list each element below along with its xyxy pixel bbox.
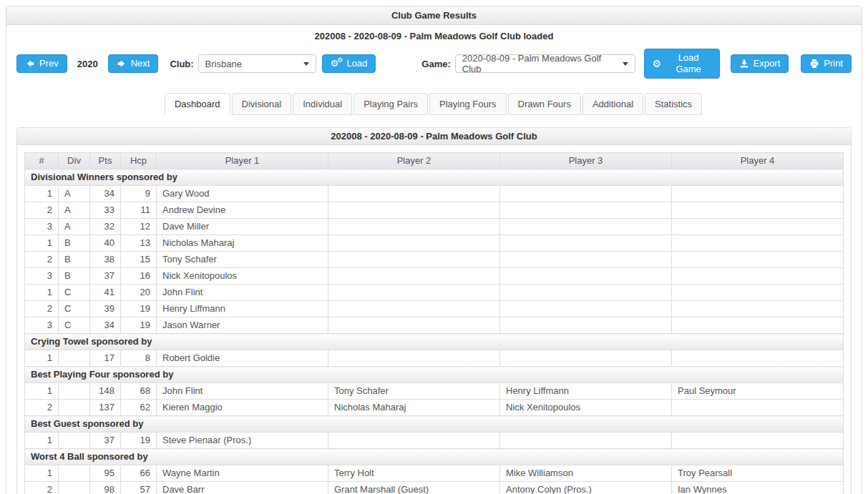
section-title: Divisional Winners sponsored by <box>25 169 844 186</box>
table-cell: Mike Williamson <box>500 465 672 482</box>
tab-divisional[interactable]: Divisional <box>232 93 292 115</box>
table-cell: C <box>59 285 90 301</box>
print-button[interactable]: Print <box>801 54 852 73</box>
table-cell: Henry Liffmann <box>157 301 328 317</box>
table-cell: C <box>59 301 90 317</box>
table-cell: Ian Wynnes <box>672 482 844 494</box>
column-header: Player 4 <box>672 153 844 169</box>
table-cell <box>672 268 844 285</box>
table-cell: 9 <box>121 186 157 202</box>
table-cell <box>328 268 500 285</box>
column-header: Div <box>59 153 90 169</box>
section-row: Best Playing Four sponsored by <box>25 367 844 383</box>
table-cell: 3 <box>25 317 59 334</box>
table-cell: B <box>59 235 90 252</box>
tab-statistics[interactable]: Statistics <box>645 93 702 115</box>
table-cell: Grant Marshall (Guest) <box>328 482 500 494</box>
table-cell: John Flint <box>157 383 328 400</box>
table-cell <box>672 219 844 235</box>
table-cell <box>672 202 844 219</box>
table-cell: 40 <box>90 235 121 252</box>
table-cell <box>328 433 500 449</box>
club-select[interactable]: Brisbane <box>198 54 317 73</box>
tab-playing-fours[interactable]: Playing Fours <box>429 93 506 115</box>
club-game-results-panel: Club Game Results 202008 - 2020-08-09 - … <box>6 6 862 494</box>
print-button-label: Print <box>824 58 843 69</box>
column-header: Pts <box>90 153 121 169</box>
load-button-label: Load <box>346 58 367 69</box>
table-cell <box>500 202 672 219</box>
table-cell: 41 <box>90 285 121 301</box>
table-cell: 66 <box>121 465 157 482</box>
table-row: 1A349Gary Wood <box>25 186 844 202</box>
table-cell: 1 <box>25 465 59 482</box>
table-cell: Nick Xenitopoulos <box>157 268 328 285</box>
table-cell <box>328 285 500 301</box>
table-cell: 1 <box>25 433 59 449</box>
game-select[interactable]: 2020-08-09 - Palm Meadows Golf Club <box>455 54 635 73</box>
table-cell: 12 <box>121 219 157 235</box>
table-cell: Dave Barr <box>157 482 328 494</box>
section-row: Crying Towel sponsored by <box>25 334 844 350</box>
panel-body: 202008 - 2020-08-09 - Palm Meadows Golf … <box>6 25 862 494</box>
header-row: #DivPtsHcpPlayer 1Player 2Player 3Player… <box>25 153 844 169</box>
tab-dashboard[interactable]: Dashboard <box>165 93 230 115</box>
table-cell: C <box>59 317 90 334</box>
table-cell: 1 <box>25 350 59 367</box>
table-cell <box>500 285 672 301</box>
table-cell <box>328 235 500 252</box>
game-select-value: 2020-08-09 - Palm Meadows Golf Club <box>462 53 617 74</box>
tab-drawn-fours[interactable]: Drawn Fours <box>508 93 581 115</box>
tab-individual[interactable]: Individual <box>293 93 352 115</box>
next-button[interactable]: Next <box>108 54 159 73</box>
load-game-button-label: Load Game <box>666 52 711 75</box>
table-cell <box>59 383 90 400</box>
section-title: Worst 4 Ball sponsored by <box>25 449 844 465</box>
caret-down-icon <box>303 62 309 66</box>
game-label: Game: <box>421 59 450 69</box>
table-cell: 34 <box>90 317 121 334</box>
load-game-button[interactable]: ⚙ Load Game <box>644 49 720 79</box>
arrow-right-icon <box>117 59 127 69</box>
table-cell: 62 <box>121 400 157 416</box>
table-cell: Henry Liffmann <box>500 383 672 400</box>
table-cell: 37 <box>90 433 121 449</box>
tab-playing-pairs[interactable]: Playing Pairs <box>353 93 428 115</box>
prev-button[interactable]: Prev <box>16 54 67 73</box>
section-row: Best Guest sponsored by <box>25 416 844 433</box>
table-cell: 2 <box>25 301 59 317</box>
table-cell: 19 <box>121 301 157 317</box>
load-button[interactable]: ⚙⚙ Load <box>322 54 376 73</box>
table-cell <box>500 350 672 367</box>
table-cell: Wayne Martin <box>157 465 328 482</box>
table-cell <box>500 252 672 268</box>
results-panel-title: 202008 - 2020-08-09 - Palm Meadows Golf … <box>17 128 851 145</box>
column-header: Hcp <box>121 153 157 169</box>
table-cell <box>328 317 500 334</box>
table-cell: Tony Schafer <box>328 383 500 400</box>
column-header: # <box>25 153 59 169</box>
table-cell: Kieren Maggio <box>157 400 328 416</box>
section-title: Best Guest sponsored by <box>25 416 844 433</box>
table-cell <box>328 252 500 268</box>
results-table-body: Divisional Winners sponsored by1A349Gary… <box>25 169 844 494</box>
table-cell: Terry Holt <box>328 465 500 482</box>
year-label: 2020 <box>77 59 98 69</box>
tab-additional[interactable]: Additional <box>582 93 643 115</box>
table-cell: Gary Wood <box>157 186 328 202</box>
export-button[interactable]: Export <box>731 54 789 73</box>
table-cell: Robert Goldie <box>157 350 328 367</box>
table-cell: 57 <box>121 482 157 494</box>
table-cell: Steve Pienaar (Pros.) <box>157 433 328 449</box>
table-cell: Antony Colyn (Pros.) <box>500 482 672 494</box>
table-cell <box>672 186 844 202</box>
section-title: Best Playing Four sponsored by <box>25 367 844 383</box>
page-title: Club Game Results <box>6 6 862 25</box>
table-cell <box>672 350 844 367</box>
table-cell <box>59 465 90 482</box>
table-row: 3C3419Jason Warner <box>25 317 844 334</box>
section-title: Crying Towel sponsored by <box>25 334 844 350</box>
cog-icon: ⚙ <box>653 59 662 69</box>
table-cell <box>59 400 90 416</box>
download-icon <box>739 59 749 69</box>
